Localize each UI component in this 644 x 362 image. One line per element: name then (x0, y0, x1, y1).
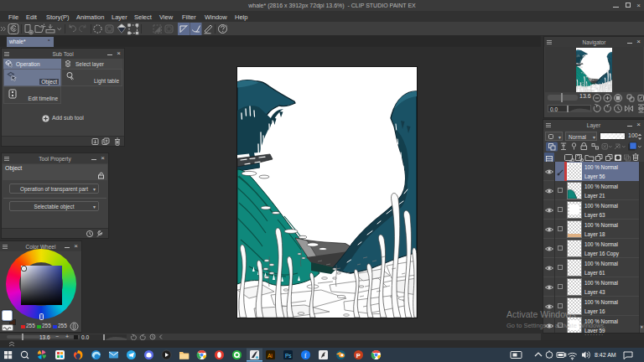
svg-text:f: f (304, 351, 307, 359)
svg-text:Ps: Ps (285, 353, 292, 359)
svg-text:Ai: Ai (267, 353, 273, 359)
svg-text:8:42 AM: 8:42 AM (595, 352, 616, 358)
svg-text:P: P (356, 352, 361, 359)
